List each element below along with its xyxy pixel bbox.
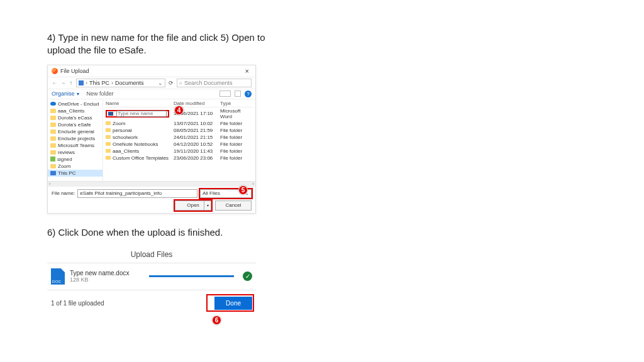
h-scrollbar[interactable]: ‹› (48, 181, 255, 186)
callout-badge-5: 5 (238, 185, 248, 195)
callout-badge-4: 4 (174, 106, 184, 115)
col-name[interactable]: Name (106, 101, 174, 106)
upload-filesize: 128 KB (70, 277, 140, 283)
file-row: Zoom13/07/2021 10:02File folder (106, 120, 253, 127)
upload-count: 1 of 1 file uploaded (51, 300, 104, 307)
file-row: personal08/05/2021 21:59File folder (106, 127, 253, 134)
dialog-title: File Upload (60, 68, 89, 74)
filename-input[interactable]: eSafe Pilot training_participants_info (77, 189, 197, 198)
help-icon[interactable]: ? (245, 90, 252, 97)
instruction-6: 6) Click Done when the upload is finishe… (47, 226, 289, 239)
done-button[interactable]: Done (214, 297, 252, 310)
col-date[interactable]: Date modified (174, 101, 220, 106)
callout-badge-6: 6 (212, 315, 221, 325)
upload-progress (149, 275, 234, 277)
cancel-button[interactable]: Cancel (215, 200, 252, 211)
success-icon: ✓ (243, 272, 252, 281)
view-list-icon[interactable] (219, 90, 231, 97)
search-icon: ⌕ (179, 80, 182, 85)
file-row: schoolwork24/01/2021 21:15File folder (106, 134, 253, 141)
view-grid-icon[interactable] (235, 90, 241, 97)
close-icon[interactable]: × (243, 67, 252, 75)
upload-panel: Upload Files Type new name.docx 128 KB ✓… (47, 248, 256, 316)
instruction-4-5: 4) Type in new name for the file and cli… (47, 31, 289, 57)
doc-icon (51, 268, 65, 285)
new-folder-button[interactable]: New folder (86, 90, 113, 97)
firefox-icon (52, 68, 58, 74)
pc-icon (79, 80, 84, 85)
open-button[interactable]: Open ▾ (175, 200, 211, 211)
search-input[interactable]: ⌕ Search Documents (177, 79, 252, 87)
rename-input[interactable] (116, 111, 167, 117)
col-type[interactable]: Type (220, 101, 253, 106)
organise-menu[interactable]: Organise (52, 90, 75, 97)
file-row: Custom Office Templates23/06/2020 23:06F… (106, 155, 253, 162)
nav-back-icon[interactable]: ← (52, 80, 58, 86)
folder-tree[interactable]: OneDrive - Enclud aaa_Clients Dorota's e… (48, 99, 103, 181)
upload-filename: Type new name.docx (70, 270, 140, 277)
upload-title: Upload Files (47, 248, 256, 263)
path-bar[interactable]: › This PC › Documents ⌄ (76, 79, 165, 87)
nav-fwd-icon[interactable]: → (60, 80, 66, 86)
file-row: aaa_Clients19/11/2020 11:43File folder (106, 148, 253, 155)
refresh-icon[interactable]: ⟳ (167, 80, 175, 86)
filename-label: File name: (52, 190, 75, 196)
file-upload-dialog: File Upload × ← → ↑ › This PC › Document… (47, 65, 256, 214)
file-row: OneNote Notebooks04/12/2020 10:52File fo… (106, 141, 253, 148)
nav-up-icon[interactable]: ↑ (68, 80, 74, 86)
open-split-icon[interactable]: ▾ (204, 201, 211, 210)
